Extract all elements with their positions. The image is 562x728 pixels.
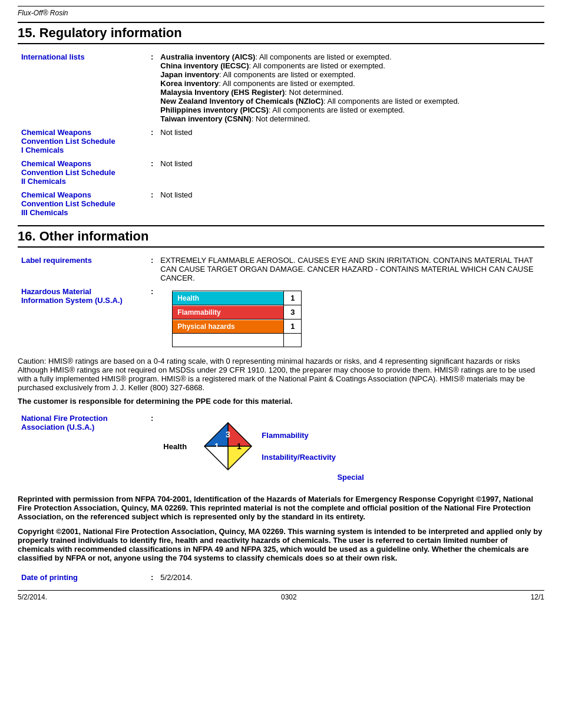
label-requirements-row: Label requirements : EXTREMELY FLAMMABLE…	[18, 253, 544, 285]
date-label: Date of printing	[21, 573, 78, 582]
nfpa-diamond-svg: 3 1 1	[201, 420, 254, 473]
colon-7: :	[147, 411, 157, 489]
colon-5: :	[147, 253, 157, 285]
date-row: Date of printing : 5/2/2014.	[18, 571, 544, 584]
schedule2-row: Chemical Weapons Convention List Schedul…	[18, 157, 544, 188]
nfpa-flammability-label: Flammability	[262, 431, 336, 440]
hmis-table: Health 1 Flammability 3 Physical hazards…	[172, 291, 302, 347]
hmis-empty-num	[283, 334, 301, 347]
nfpa-instability-label: Instability/Reactivity	[262, 453, 336, 462]
nfpa-health-num: 1	[214, 442, 219, 451]
nfpa-row: National Fire Protection Association (U.…	[18, 411, 544, 489]
footer-left: 5/2/2014.	[18, 593, 47, 601]
schedule1-value: Not listed	[157, 126, 544, 157]
iecsc-bold: China inventory (IECSC)	[160, 61, 249, 70]
nfpa-health-label-left: Health	[163, 442, 187, 451]
schedule2-label: Chemical Weapons Convention List Schedul…	[21, 159, 115, 186]
section-15-table: International lists : Australia inventor…	[18, 50, 544, 219]
hmis-row: Hazardous Material Information System (U…	[18, 285, 544, 350]
date-table: Date of printing : 5/2/2014.	[18, 571, 544, 584]
malaysia-bold: Malaysia Inventory (EHS Register)	[160, 88, 285, 97]
schedule3-value: Not listed	[157, 188, 544, 219]
colon-3: :	[147, 157, 157, 188]
hmis-empty-label	[173, 334, 283, 347]
nfpa-label: National Fire Protection Association (U.…	[21, 414, 108, 431]
hmis-health-value: 1	[283, 291, 301, 305]
doc-header: Flux-Off® Rosin	[18, 6, 544, 17]
hmis-physical-value: 1	[283, 319, 301, 333]
hmis-label: Hazardous Material Information System (U…	[21, 287, 123, 305]
section-15-title: 15. Regulatory information	[18, 22, 544, 44]
hmis-flammability-value: 3	[283, 305, 301, 319]
section-16-title: 16. Other information	[18, 225, 544, 248]
hmis-physical-row: Physical hazards 1	[173, 319, 301, 334]
caution-text: Caution: HMIS® ratings are based on a 0-…	[18, 357, 544, 392]
aics-bold: Australia inventory (AICS)	[160, 52, 255, 61]
nfpa-value: Health	[157, 411, 544, 489]
footer-right: 12/1	[531, 593, 544, 601]
schedule3-label: Chemical Weapons Convention List Schedul…	[21, 190, 115, 217]
label-requirements-value: EXTREMELY FLAMMABLE AEROSOL. CAUSES EYE …	[157, 253, 544, 285]
nfpa-instability-num: 1	[237, 442, 242, 451]
footer-center: 0302	[281, 593, 297, 601]
hmis-empty-row	[173, 334, 301, 347]
nfpa-flammability-num: 3	[226, 430, 230, 439]
hmis-value: Health 1 Flammability 3 Physical hazards…	[157, 285, 544, 350]
colon-1: :	[147, 50, 157, 126]
date-value: 5/2/2014.	[157, 571, 544, 584]
schedule1-label: Chemical Weapons Convention List Schedul…	[21, 128, 115, 154]
copyright-text: Copyright ©2001, National Fire Protectio…	[18, 527, 544, 562]
hmis-health-row: Health 1	[173, 291, 301, 305]
schedule2-value: Not listed	[157, 157, 544, 188]
schedule3-row: Chemical Weapons Convention List Schedul…	[18, 188, 544, 219]
hmis-flammability-label: Flammability	[173, 306, 283, 319]
colon-6: :	[147, 285, 157, 350]
ppe-text: The customer is responsible for determin…	[18, 397, 544, 406]
international-lists-row: International lists : Australia inventor…	[18, 50, 544, 126]
nfpa-table: National Fire Protection Association (U.…	[18, 411, 544, 489]
piccs-bold: Philippines inventory (PICCS)	[160, 106, 268, 114]
schedule1-row: Chemical Weapons Convention List Schedul…	[18, 126, 544, 157]
colon-4: :	[147, 188, 157, 219]
international-lists-label: International lists	[21, 52, 85, 61]
colon-2: :	[147, 126, 157, 157]
reprinted-text: Reprinted with permission from NFPA 704-…	[18, 495, 544, 521]
nzloc-bold: New Zealand Inventory of Chemicals (NZIo…	[160, 97, 323, 106]
nfpa-special-label: Special	[337, 473, 364, 482]
japan-bold: Japan inventory	[160, 70, 219, 79]
korea-bold: Korea inventory	[160, 79, 219, 88]
hmis-physical-label: Physical hazards	[173, 320, 283, 333]
colon-8: :	[147, 571, 157, 584]
hmis-flammability-row: Flammability 3	[173, 305, 301, 319]
hmis-health-label: Health	[173, 292, 283, 305]
section-16-table: Label requirements : EXTREMELY FLAMMABLE…	[18, 253, 544, 350]
international-lists-value: Australia inventory (AICS): All componen…	[157, 50, 544, 126]
footer: 5/2/2014. 0302 12/1	[18, 590, 544, 601]
csnn-bold: Taiwan inventory (CSNN)	[160, 114, 251, 123]
label-requirements-label: Label requirements	[21, 256, 92, 265]
